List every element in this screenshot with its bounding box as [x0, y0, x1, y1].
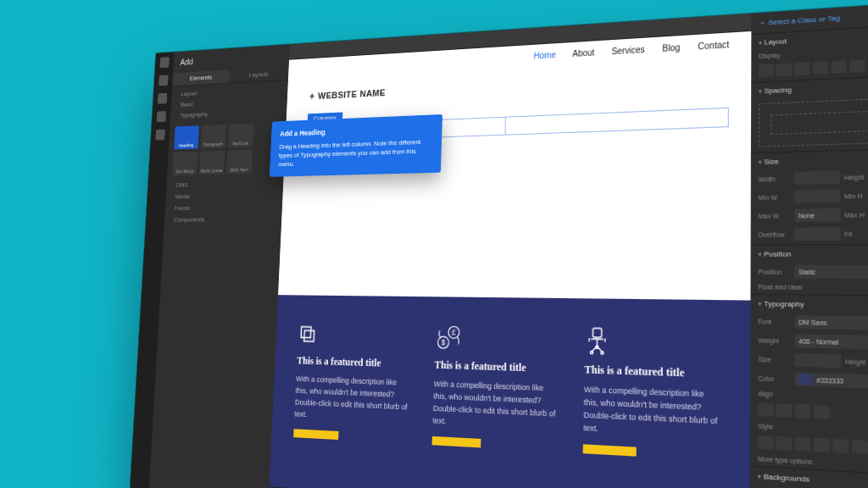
decoration-none-icon[interactable] [795, 437, 811, 452]
feature-title[interactable]: This is a featured title [297, 355, 413, 371]
display-inline-block-icon[interactable] [813, 61, 828, 75]
features-section[interactable]: This is a featured title With a compelli… [269, 295, 751, 488]
tile-text-link[interactable]: Text Link [228, 123, 254, 147]
feature-button[interactable] [583, 444, 637, 456]
width-input[interactable] [794, 170, 840, 185]
display-none-icon[interactable] [849, 59, 865, 73]
tooltip-body: Drag a Heading into the left column. Not… [278, 138, 420, 168]
tile-heading[interactable]: Heading [174, 125, 199, 149]
maxw-input[interactable]: None [794, 208, 840, 222]
tooltip-title: Add a Heading [280, 123, 433, 139]
cms-icon[interactable] [158, 93, 168, 104]
section-spacing: Spacing [751, 75, 868, 154]
display-grid-icon[interactable] [794, 62, 810, 75]
nav-blog[interactable]: Blog [662, 42, 680, 53]
cat-typography[interactable]: Typography [180, 107, 287, 119]
align-right-icon[interactable] [795, 404, 811, 419]
weight-select[interactable]: 400 - Normal [795, 334, 868, 351]
align-center-icon[interactable] [776, 403, 792, 418]
nav-services[interactable]: Services [611, 45, 644, 56]
canvas-top-toolbar [289, 14, 751, 60]
design-canvas[interactable]: Home About Services Blog Contact WEBSITE… [269, 14, 752, 488]
cat-components[interactable]: Components [164, 212, 282, 225]
feature-desc[interactable]: With a compelling description like this,… [583, 384, 721, 441]
decoration-strike-icon[interactable] [814, 438, 830, 452]
section-position: Position PositionStatic Float and clear [750, 245, 868, 297]
display-flex-icon[interactable] [776, 63, 792, 76]
svg-point-8 [601, 352, 604, 354]
settings-icon[interactable] [155, 130, 165, 141]
tile-text-block[interactable]: Text Block [172, 152, 198, 175]
cat-layout[interactable]: Layout [181, 85, 287, 97]
text-color-input[interactable]: #333333 [795, 373, 868, 391]
font-select[interactable]: DM Sans [795, 315, 868, 331]
feature-desc[interactable]: With a compelling description like this,… [432, 379, 559, 434]
app-window: Add Elements Layouts Layout Basic Typogr… [131, 1, 868, 488]
feature-title[interactable]: This is a featured title [584, 363, 721, 382]
section-typography: Typography FontDM Sans Weight400 - Norma… [750, 295, 868, 478]
onboarding-tooltip: Add a Heading Drag a Heading into the le… [270, 114, 442, 177]
display-inline-icon[interactable] [831, 60, 846, 74]
style-regular-icon[interactable] [758, 435, 773, 450]
spacing-box-model[interactable] [759, 97, 868, 147]
svg-text:£: £ [452, 329, 456, 337]
svg-rect-1 [304, 330, 314, 341]
feature-card[interactable]: This is a featured title With a compelli… [291, 320, 414, 488]
svg-point-7 [590, 351, 593, 353]
feature-card[interactable]: This is a featured title With a compelli… [581, 325, 722, 488]
office-chair-icon [585, 325, 722, 360]
nav-home[interactable]: Home [534, 50, 556, 60]
cat-basic[interactable]: Basic [181, 96, 287, 108]
position-select[interactable]: Static [794, 265, 868, 279]
fontsize-input[interactable] [795, 353, 842, 368]
svg-point-9 [596, 346, 598, 348]
svg-text:$: $ [442, 339, 446, 347]
currency-exchange-icon: £$ [435, 323, 561, 356]
column-right[interactable] [505, 108, 729, 136]
pages-icon[interactable] [159, 75, 169, 86]
style-italic-icon[interactable] [776, 436, 792, 451]
decoration-underline-icon[interactable] [832, 439, 849, 453]
overflow-input[interactable] [794, 227, 840, 241]
text-color-swatch[interactable] [798, 374, 812, 385]
nav-contact[interactable]: Contact [698, 40, 729, 52]
add-icon[interactable] [159, 57, 169, 68]
tile-rich-text[interactable]: Rich Text [226, 150, 253, 175]
decoration-overline-icon[interactable] [852, 440, 868, 454]
section-size: Size WidthHeight Min WMin H Max WNoneMax… [751, 148, 868, 246]
feature-title[interactable]: This is a featured title [434, 358, 560, 375]
site-brand[interactable]: WEBSITE NAME [309, 87, 386, 102]
add-elements-panel: Add Elements Layouts Layout Basic Typogr… [149, 44, 290, 488]
style-panel: Select a Class or Tag Layout Display Spa… [750, 1, 868, 488]
minw-input[interactable] [794, 190, 840, 203]
display-block-icon[interactable] [759, 64, 774, 78]
align-left-icon[interactable] [758, 402, 773, 417]
feature-button[interactable] [432, 436, 481, 448]
tile-block-quote[interactable]: Block Quote [199, 151, 225, 175]
feature-desc[interactable]: With a compelling description like this,… [294, 374, 412, 426]
svg-rect-0 [301, 327, 311, 338]
copy-icon [298, 320, 414, 352]
nav-about[interactable]: About [572, 47, 594, 58]
svg-rect-6 [593, 328, 601, 337]
feature-button[interactable] [293, 429, 338, 440]
tile-paragraph[interactable]: Paragraph [201, 125, 226, 148]
feature-card[interactable]: £$ This is a featured title With a compe… [430, 323, 561, 488]
assets-icon[interactable] [157, 111, 167, 122]
align-justify-icon[interactable] [814, 405, 830, 419]
